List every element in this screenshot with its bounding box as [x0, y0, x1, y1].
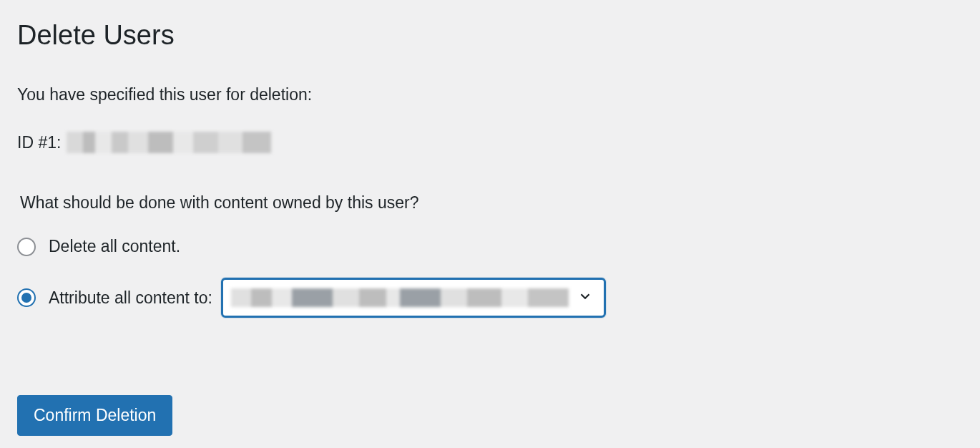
content-question: What should be done with content owned b…: [20, 193, 963, 213]
option-delete-all-row: Delete all content.: [17, 237, 963, 256]
intro-text: You have specified this user for deletio…: [17, 85, 963, 104]
user-name-redacted: [67, 132, 271, 153]
radio-attribute-to[interactable]: [17, 288, 36, 307]
submit-area: Confirm Deletion: [17, 395, 963, 436]
radio-delete-all[interactable]: [17, 238, 36, 256]
confirm-deletion-button[interactable]: Confirm Deletion: [17, 395, 172, 436]
radio-delete-all-label[interactable]: Delete all content.: [49, 237, 180, 256]
page-title: Delete Users: [17, 20, 963, 51]
user-line: ID #1:: [17, 132, 963, 153]
reassign-user-select[interactable]: [221, 278, 606, 318]
user-id-prefix: ID #1:: [17, 133, 61, 152]
reassign-select-wrap: [221, 278, 606, 318]
option-attribute-row: Attribute all content to:: [17, 278, 963, 318]
radio-attribute-to-label[interactable]: Attribute all content to:: [49, 288, 212, 308]
